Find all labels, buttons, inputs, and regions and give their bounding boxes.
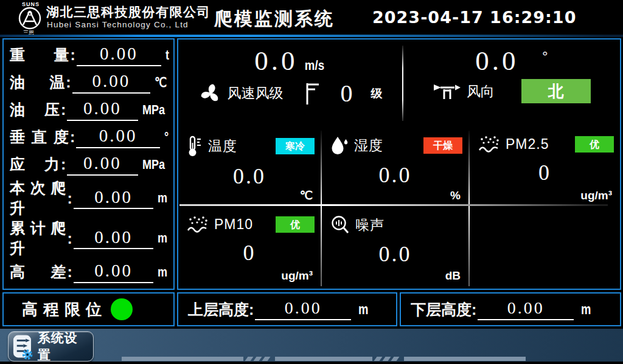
page-title: 爬模监测系统 (214, 7, 335, 32)
row-unit: ℃ (155, 75, 167, 91)
row-unit: m (158, 190, 167, 206)
row-unit: MPa (142, 157, 165, 173)
sidebar-row-current-climb: 本次爬升: 0.00 m (10, 178, 170, 218)
wind-speed-label: 风速风级 (228, 84, 284, 103)
header-accent-line (0, 35, 623, 37)
row-value: 0.00 (74, 261, 154, 283)
wind-compass-badge: 北 (521, 79, 591, 103)
humidity-drop-icon (330, 135, 349, 156)
humidity-cell: 湿度 干燥 0.0 % (322, 128, 468, 205)
settings-button-label: 系统设置 (38, 329, 89, 363)
wind-direction-section: 0.0 ° 风向 北 (403, 39, 620, 127)
humidity-unit: % (450, 189, 461, 202)
row-label: 油 温 (10, 72, 64, 92)
environment-main-panel: 0.0 m/s 风速风级 0 级 0.0 ° (177, 38, 621, 290)
dust-icon (478, 135, 500, 153)
pm25-value: 0 (470, 160, 620, 185)
wind-speed-value: 0.0 (254, 46, 298, 76)
wind-level-unit: 级 (371, 86, 383, 101)
pm10-status-badge: 优 (276, 216, 315, 233)
dust-icon (187, 215, 209, 233)
wind-direction-unit: ° (542, 48, 548, 64)
lower-height-value: 0.00 (478, 298, 574, 320)
pm10-label: PM10 (214, 216, 253, 233)
sidebar-row-total-climb: 累计爬升: 0.00 m (10, 218, 170, 258)
upper-height-panel: 上层高度: 0.00 m (177, 292, 397, 326)
noise-cell: 噪声 0.0 dB (322, 208, 468, 285)
row-label: 重 量 (10, 45, 69, 65)
row-value: 0.00 (72, 71, 151, 93)
wind-speed-section: 0.0 m/s 风速风级 0 级 (178, 39, 402, 127)
company-logo: SUNS 三思 (16, 2, 46, 34)
lower-height-panel: 下层高度: 0.00 m (400, 292, 621, 326)
noise-meter-icon (330, 215, 350, 235)
datetime-display: 2023-04-17 16:29:10 (372, 8, 576, 27)
row-label: 垂直度 (10, 127, 69, 147)
wind-vane-icon (433, 80, 462, 102)
row-unit: m (158, 264, 167, 280)
sidebar-row-stress: 应 力: 0.00 MPa (10, 151, 170, 178)
taskbar-decoration (122, 357, 526, 361)
row-unit: ° (164, 129, 169, 145)
humidity-label: 湿度 (354, 136, 383, 155)
row-label: 累计爬升 (10, 218, 66, 258)
lower-height-unit: m (581, 301, 591, 318)
pm10-value: 0 (178, 240, 321, 266)
pm25-unit: ug/m³ (580, 189, 612, 202)
noise-value: 0.0 (322, 241, 468, 267)
upper-height-unit: m (358, 301, 368, 318)
company-name-cn: 湖北三思科技股份有限公司 (46, 4, 211, 21)
row-label: 高 差 (10, 262, 66, 282)
lower-height-label: 下层高度: (411, 300, 476, 320)
row-value: 0.00 (77, 44, 161, 66)
row-unit: t (165, 47, 169, 63)
temperature-unit: ℃ (300, 188, 313, 202)
row-value: 0.00 (74, 227, 154, 249)
row-label: 应 力 (10, 154, 60, 174)
row-unit: MPa (142, 102, 165, 118)
pm25-label: PM2.5 (506, 136, 549, 153)
noise-label: 噪声 (355, 216, 385, 235)
empty-cell (470, 208, 620, 285)
fan-icon (198, 81, 223, 106)
pm25-status-badge: 优 (575, 136, 614, 153)
upper-height-value: 0.00 (255, 298, 351, 320)
pm10-cell: PM10 优 0 ug/m³ (178, 208, 321, 285)
sidebar-row-weight: 重 量: 0.00 t (10, 41, 170, 69)
temperature-cell: 温度 寒冷 0.0 ℃ (178, 128, 321, 205)
header-bar: SUNS 三思 湖北三思科技股份有限公司 Hubei Sansi Technol… (0, 0, 623, 35)
upper-height-label: 上层高度: (188, 300, 254, 320)
humidity-status-badge: 干燥 (423, 137, 462, 154)
settings-sliders-gear-icon (12, 333, 33, 360)
company-name-en: Hubei Sansi Technology Co., Ltd (47, 20, 189, 29)
sidebar-row-oil-pressure: 油 压: 0.00 MPa (10, 96, 170, 123)
pm10-unit: ug/m³ (281, 269, 313, 283)
pm25-cell: PM2.5 优 0 ug/m³ (470, 128, 620, 205)
wind-level-flag-icon (304, 81, 320, 106)
wind-direction-label: 风向 (467, 82, 495, 101)
row-value: 0.00 (74, 187, 154, 209)
row-value: 0.00 (76, 126, 160, 148)
row-label: 本次爬升 (10, 178, 66, 218)
thermometer-icon (187, 135, 203, 157)
elevation-limit-label: 高程限位 (22, 299, 107, 320)
row-value: 0.00 (67, 153, 138, 175)
noise-unit: dB (445, 269, 461, 283)
wind-direction-value: 0.0 (475, 46, 518, 76)
elevation-limit-panel: 高程限位 (2, 292, 175, 326)
row-value: 0.00 (67, 98, 138, 120)
humidity-value: 0.0 (322, 162, 468, 188)
row-unit: m (158, 230, 167, 246)
sidebar-row-verticality: 垂直度: 0.00 ° (10, 123, 170, 151)
system-settings-button[interactable]: 系统设置 (8, 331, 94, 362)
temperature-label: 温度 (208, 137, 237, 156)
wind-speed-unit: m/s (305, 58, 324, 74)
row-label: 油 压 (10, 100, 60, 120)
sidebar-row-oil-temp: 油 温: 0.00 ℃ (10, 69, 170, 96)
wind-level-value: 0 (341, 79, 353, 108)
taskbar: 系统设置 (0, 329, 623, 364)
temperature-status-badge: 寒冷 (276, 138, 315, 154)
elevation-limit-indicator (111, 298, 133, 320)
temperature-value: 0.0 (178, 163, 321, 189)
sidebar-row-height-diff: 高 差: 0.00 m (10, 258, 170, 286)
